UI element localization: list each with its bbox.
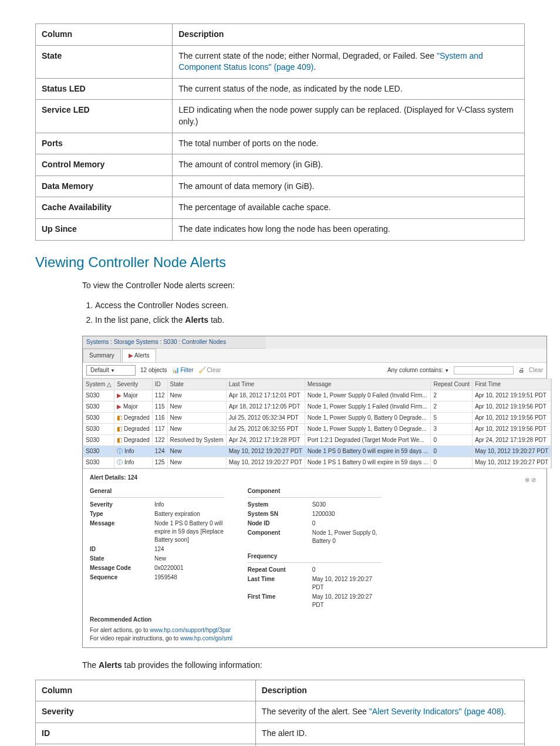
detail-key: Severity xyxy=(90,501,154,509)
grid-cell: 124 xyxy=(152,445,167,457)
detail-key: Repeat Count xyxy=(248,566,312,574)
grid-row[interactable]: S030ⓘ Info125NewMay 10, 2012 19:20:27 PD… xyxy=(83,457,551,468)
scrollbar[interactable] xyxy=(551,379,552,468)
grid-cell: 125 xyxy=(152,457,167,468)
detail-row: ComponentNode 1, Power Supply 0, Battery… xyxy=(248,528,382,546)
detail-key: Sequence xyxy=(90,573,154,582)
detail-row: Sequence1959548 xyxy=(90,573,224,582)
detail-value: Node 1, Power Supply 0, Battery 0 xyxy=(312,529,382,545)
alerts-intro: The Alerts tab provides the following in… xyxy=(82,660,525,671)
grid-cell: 116 xyxy=(152,412,167,423)
detail-value: 124 xyxy=(154,545,224,553)
grid-cell: 3 xyxy=(431,423,473,434)
doc-link[interactable]: "Alert Severity Indicators" (page 408) xyxy=(369,707,504,716)
grid-cell: S030 xyxy=(83,412,114,423)
detail-row: SystemS030 xyxy=(248,500,382,509)
detail-key: Last Time xyxy=(248,575,312,592)
grid-cell: ◧ Degraded xyxy=(114,423,153,434)
grid-cell: S030 xyxy=(83,423,114,434)
grid-cell: S030 xyxy=(83,445,114,457)
filter-column-label[interactable]: Any column contains: xyxy=(387,366,449,374)
th-description: Description xyxy=(173,24,525,46)
grid-row[interactable]: S030▶ Major115NewApr 18, 2012 17:12:05 P… xyxy=(83,401,551,412)
panel-controls[interactable]: ⊗ ⊘ xyxy=(525,475,539,484)
table-cell-column: Up Since xyxy=(36,218,173,240)
grid-cell: ⓘ Info xyxy=(114,445,153,457)
external-link[interactable]: www.hp.com/support/hpgt/3par xyxy=(150,627,231,633)
th-column: Column xyxy=(36,680,256,701)
detail-key: Message Code xyxy=(90,564,154,572)
table-cell-column: Cache Availability xyxy=(36,197,173,219)
steps-list: Access the Controller Nodes screen. In t… xyxy=(82,300,525,326)
table-row: IDThe alert ID. xyxy=(36,723,525,744)
grid-cell: Apr 10, 2012 19:19:56 PDT xyxy=(473,412,551,423)
table-row: Control MemoryThe amount of control memo… xyxy=(36,154,525,176)
grid-cell: New xyxy=(167,457,226,468)
detail-value: Node 1 PS 0 Battery 0 will expire in 59 … xyxy=(154,519,224,544)
grid-header[interactable]: System △ xyxy=(83,379,114,390)
grid-cell: 0 xyxy=(431,434,473,445)
detail-row: First TimeMay 10, 2012 19:20:27 PDT xyxy=(248,592,382,610)
component-heading: Component xyxy=(248,485,382,498)
grid-cell: ◧ Degraded xyxy=(114,412,153,423)
view-select[interactable]: Default xyxy=(86,365,136,376)
detail-key: Message xyxy=(90,519,154,544)
node-columns-table: Column Description StateThe current stat… xyxy=(35,23,525,241)
grid-cell: S030 xyxy=(83,390,114,401)
grid-row[interactable]: S030◧ Degraded116NewJul 25, 2012 05:32:3… xyxy=(83,412,551,423)
detail-key: Component xyxy=(248,529,312,545)
table-cell-column: Status LED xyxy=(36,78,173,100)
grid-row[interactable]: S030ⓘ Info124NewMay 10, 2012 19:20:27 PD… xyxy=(83,445,551,457)
tab-summary[interactable]: Summary xyxy=(83,349,121,362)
tab-alerts[interactable]: ▶ Alerts xyxy=(122,349,156,362)
filter-input[interactable] xyxy=(454,366,514,374)
grid-cell: Jul 25, 2012 06:32:55 PDT xyxy=(226,423,305,434)
grid-cell: S030 xyxy=(83,434,114,445)
detail-key: First Time xyxy=(248,593,312,609)
grid-header[interactable]: State xyxy=(167,379,226,390)
grid-cell: Apr 10, 2012 19:19:56 PDT xyxy=(473,423,551,434)
table-row: SeverityThe severity of the alert. See "… xyxy=(36,701,525,723)
grid-cell: New xyxy=(167,401,226,412)
detail-value: Info xyxy=(154,501,224,509)
table-row: Service LEDLED indicating when the node … xyxy=(36,100,525,133)
table-cell-column: Service LED xyxy=(36,100,173,133)
grid-header[interactable]: Last Time xyxy=(226,379,305,390)
detail-value: 0 xyxy=(312,519,382,528)
doc-link[interactable]: "System and Component Status Icons" (pag… xyxy=(178,51,483,72)
grid-cell: Apr 24, 2012 17:19:28 PDT xyxy=(226,434,305,445)
grid-cell: May 10, 2012 19:20:27 PDT xyxy=(226,457,305,468)
grid-cell: 2 xyxy=(431,401,473,412)
grid-header[interactable]: First Time xyxy=(473,379,551,390)
grid-header[interactable]: Severity xyxy=(114,379,153,390)
grid-cell: New xyxy=(167,412,226,423)
grid-row[interactable]: S030▶ Major112NewApr 18, 2012 17:12:01 P… xyxy=(83,390,551,401)
table-cell-column: Severity xyxy=(36,701,256,723)
table-cell-column: Control Memory xyxy=(36,154,173,176)
grid-cell: 115 xyxy=(152,401,167,412)
grid-cell: Node 1 PS 0 Battery 0 will expire in 59 … xyxy=(305,445,431,457)
detail-row: Message Code0x0220001 xyxy=(90,563,224,573)
external-link[interactable]: www.hp.com/go/sml xyxy=(180,635,232,642)
alert-details-panel: Alert Details: 124 ⊗ ⊘ General SeverityI… xyxy=(83,468,546,647)
grid-cell: Node 1, Power Supply 0 Failed (Invalid F… xyxy=(305,390,431,401)
step-2: In the list pane, click the Alerts tab. xyxy=(95,315,525,326)
grid-header[interactable]: ID xyxy=(152,379,167,390)
print-icon[interactable]: 🖨 xyxy=(518,366,524,374)
table-row: StateThe current state of the node; eith… xyxy=(36,45,525,78)
grid-row[interactable]: S030◧ Degraded117NewJul 25, 2012 06:32:5… xyxy=(83,423,551,434)
grid-row[interactable]: S030◧ Degraded122Resolved by SystemApr 2… xyxy=(83,434,551,445)
grid-header[interactable]: Message xyxy=(305,379,431,390)
clear-button[interactable]: 🧹 Clear xyxy=(198,366,221,374)
detail-value: S030 xyxy=(312,501,382,509)
detail-value: 0x0220001 xyxy=(154,564,224,572)
grid-header[interactable]: Repeat Count xyxy=(431,379,473,390)
clear-filter-button[interactable]: Clear xyxy=(529,366,543,374)
filter-button[interactable]: 📊 Filter xyxy=(172,366,194,374)
table-row: Status LEDThe current status of the node… xyxy=(36,78,525,100)
general-heading: General xyxy=(90,485,224,498)
table-cell-column: Ports xyxy=(36,133,173,154)
detail-key: State xyxy=(90,555,154,563)
intro-text: To view the Controller Node alerts scree… xyxy=(82,280,525,292)
table-cell-description: The total number of ports on the node. xyxy=(173,133,525,154)
